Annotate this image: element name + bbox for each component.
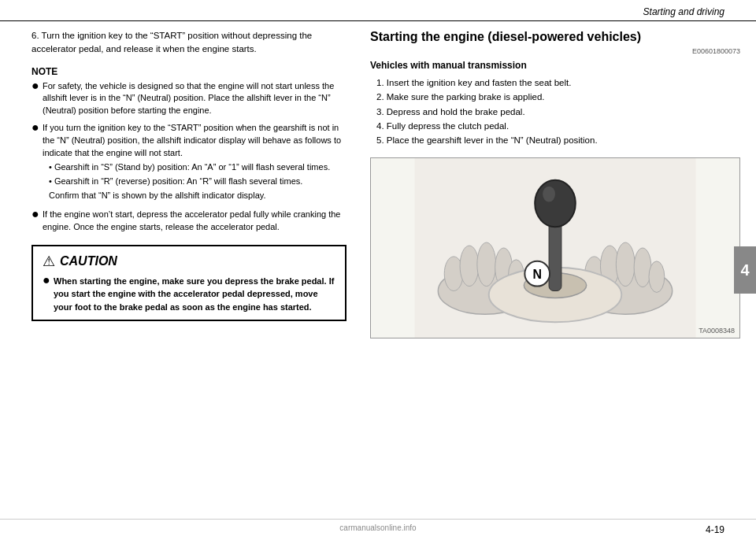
svg-point-12 (649, 261, 665, 293)
note-label: NOTE (32, 66, 346, 77)
svg-point-16 (535, 180, 576, 227)
sub-bullet-2: • Gearshift in “R” (reverse) position: A… (49, 176, 346, 188)
svg-point-4 (477, 242, 496, 287)
main-content: 6. Turn the ignition key to the “START” … (0, 21, 756, 519)
chapter-tab: 4 (734, 246, 756, 294)
right-column: Starting the engine (diesel-powered vehi… (362, 29, 756, 519)
left-column: 6. Turn the ignition key to the “START” … (0, 29, 362, 519)
bullet-text-1: For safety, the vehicle is designed so t… (43, 80, 346, 118)
note-section: NOTE ● For safety, the vehicle is design… (32, 66, 346, 234)
section-code: E00601800073 (370, 47, 740, 55)
caution-content: ● When starting the engine, make sure yo… (43, 275, 335, 314)
sub-bullet-1: • Gearshift in “S” (Stand by) position: … (49, 161, 346, 174)
section-title: Starting the engine (diesel-powered vehi… (370, 29, 740, 46)
bullet-item-3: ● If the engine won’t start, depress the… (32, 209, 346, 234)
caution-box: ⚠ CAUTION ● When starting the engine, ma… (32, 245, 346, 322)
bullet-dot-2: ● (32, 121, 43, 134)
step-4: 4. Fully depress the clutch pedal. (373, 119, 740, 133)
caution-text: When starting the engine, make sure you … (54, 275, 335, 314)
page-header: Starting and driving (0, 0, 756, 21)
caution-header: ⚠ CAUTION (43, 253, 335, 270)
step-1: 1. Insert the ignition key and fasten th… (373, 76, 740, 90)
bullet-item-1: ● For safety, the vehicle is designed so… (32, 80, 346, 118)
gear-illustration: N (371, 158, 739, 338)
bullet-dot-1: ● (32, 80, 43, 92)
bullet-item-2: ● If you turn the ignition key to the “S… (32, 122, 346, 204)
caution-bullet-dot: ● (43, 274, 54, 287)
caution-title: CAUTION (60, 254, 117, 268)
gear-image-box: N TA0008348 (370, 157, 740, 338)
watermark: carmanualsonline.info (339, 523, 416, 532)
svg-point-3 (460, 246, 479, 287)
image-caption: TA0008348 (699, 327, 735, 335)
caution-bullet: ● When starting the engine, make sure yo… (43, 275, 335, 314)
svg-point-10 (616, 242, 635, 287)
sub-bullet-3: Confirm that “N” is shown by the allshif… (49, 190, 346, 202)
numbered-steps: 1. Insert the ignition key and fasten th… (373, 76, 740, 148)
step-6: 6. Turn the ignition key to the “START” … (32, 29, 346, 57)
caution-triangle-icon: ⚠ (43, 253, 55, 270)
page-container: Starting and driving 6. Turn the ignitio… (0, 0, 756, 540)
bullet-text-2: If you turn the ignition key to the “STA… (43, 122, 346, 204)
header-title: Starting and driving (643, 6, 724, 17)
svg-text:N: N (532, 267, 541, 280)
bullet-text-3: If the engine won’t start, depress the a… (43, 209, 346, 234)
step-5: 5. Place the gearshift lever in the “N” … (373, 133, 740, 147)
svg-point-11 (634, 248, 651, 287)
page-number: 4-19 (706, 524, 724, 535)
chapter-number: 4 (740, 261, 749, 279)
bullet-dot-3: ● (32, 208, 43, 220)
step-2: 2. Make sure the parking brake is applie… (373, 90, 740, 104)
subsection-title: Vehicles with manual transmission (370, 60, 740, 71)
step-3: 3. Depress and hold the brake pedal. (373, 105, 740, 119)
svg-point-17 (543, 186, 555, 202)
